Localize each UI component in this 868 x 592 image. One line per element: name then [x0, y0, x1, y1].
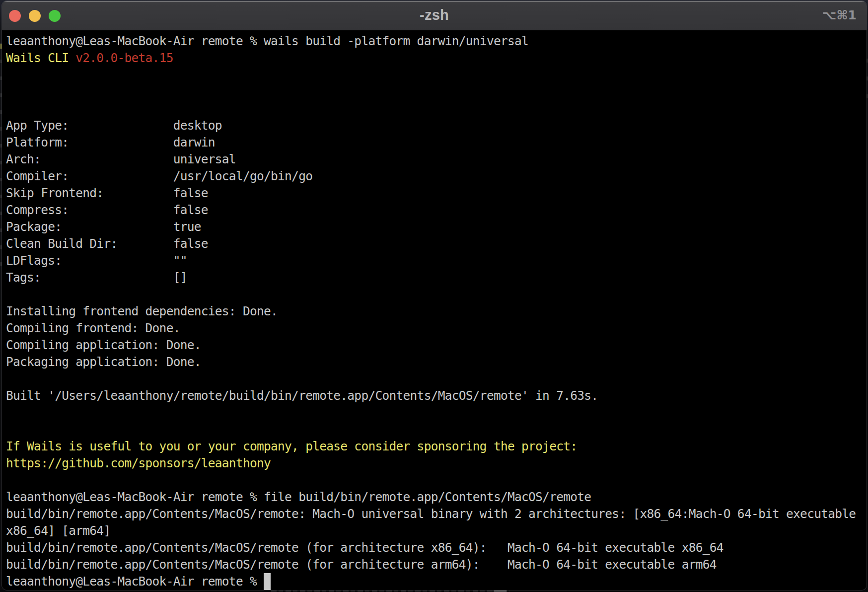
sponsor-url: https://github.com/sponsors/leaanthony [6, 456, 271, 470]
build-option: LDFlags: "" [6, 253, 187, 268]
terminal-line: If Wails is useful to you or your compan… [6, 438, 867, 455]
build-step: Compiling frontend: Done. [6, 321, 180, 335]
terminal-line: Package: true [6, 219, 867, 235]
build-option: App Type: desktop [6, 118, 222, 133]
terminal-line [6, 421, 867, 438]
terminal-line: build/bin/remote.app/Contents/MacOS/remo… [6, 506, 867, 522]
build-option: Skip Frontend: false [6, 186, 208, 200]
terminal-line: x86_64] [arm64] [6, 522, 867, 539]
terminal-line: Tags: [] [6, 269, 867, 286]
file-output: build/bin/remote.app/Contents/MacOS/remo… [6, 557, 717, 572]
build-option: Arch: universal [6, 152, 236, 166]
terminal-line: Installing frontend dependencies: Done. [6, 303, 867, 320]
terminal-line: Compress: false [6, 202, 867, 219]
terminal-line: Packaging application: Done. [6, 354, 867, 370]
build-result: Built '/Users/leaanthony/remote/build/bi… [6, 388, 598, 403]
file-output: build/bin/remote.app/Contents/MacOS/remo… [6, 507, 856, 521]
terminal-line: Built '/Users/leaanthony/remote/build/bi… [6, 387, 867, 404]
terminal-cursor [264, 573, 271, 590]
build-option: Tags: [] [6, 270, 187, 285]
window-title: -zsh [2, 1, 867, 30]
terminal-line: Wails CLI v2.0.0-beta.15 [6, 50, 867, 67]
terminal-screen[interactable]: leaanthony@Leas-MacBook-Air remote % wai… [2, 30, 867, 590]
terminal-window: -zsh ⌥⌘1 leaanthony@Leas-MacBook-Air rem… [2, 1, 867, 590]
background-window-bottom-mark [494, 590, 506, 592]
terminal-line [6, 100, 867, 117]
terminal-line [6, 370, 867, 387]
terminal-line: Compiling frontend: Done. [6, 320, 867, 337]
terminal-line: LDFlags: "" [6, 252, 867, 269]
titlebar[interactable]: -zsh ⌥⌘1 [2, 1, 867, 30]
build-option: Compiler: /usr/local/go/bin/go [6, 169, 312, 183]
background-window-bottom-sliver [271, 590, 509, 592]
build-option: Clean Build Dir: false [6, 236, 208, 251]
terminal-line: Platform: darwin [6, 134, 867, 151]
prompt-command: leaanthony@Leas-MacBook-Air remote % wai… [6, 34, 528, 48]
prompt-text: leaanthony@Leas-MacBook-Air remote % [6, 574, 264, 589]
terminal-line [6, 67, 867, 83]
sponsor-message: If Wails is useful to you or your compan… [6, 439, 577, 453]
window-shortcut-badge: ⌥⌘1 [822, 1, 857, 30]
terminal-line: https://github.com/sponsors/leaanthony [6, 455, 867, 472]
terminal-line: Skip Frontend: false [6, 185, 867, 202]
build-option: Platform: darwin [6, 135, 215, 149]
build-step: Compiling application: Done. [6, 338, 201, 352]
terminal-line: build/bin/remote.app/Contents/MacOS/remo… [6, 539, 867, 556]
wails-cli-label: Wails CLI [6, 51, 75, 65]
build-step: Packaging application: Done. [6, 355, 201, 369]
file-output: build/bin/remote.app/Contents/MacOS/remo… [6, 540, 723, 555]
file-output: x86_64] [arm64] [6, 523, 110, 538]
terminal-line: build/bin/remote.app/Contents/MacOS/remo… [6, 556, 867, 573]
terminal-line [6, 472, 867, 489]
terminal-line: Compiling application: Done. [6, 337, 867, 354]
wails-cli-version: v2.0.0-beta.15 [75, 51, 173, 65]
terminal-line: App Type: desktop [6, 117, 867, 134]
build-step: Installing frontend dependencies: Done. [6, 304, 278, 318]
terminal-line: leaanthony@Leas-MacBook-Air remote % fil… [6, 489, 867, 506]
terminal-line: Arch: universal [6, 151, 867, 168]
build-option: Compress: false [6, 203, 208, 217]
terminal-line: leaanthony@Leas-MacBook-Air remote % [6, 573, 867, 590]
terminal-line: leaanthony@Leas-MacBook-Air remote % wai… [6, 33, 867, 50]
build-option: Package: true [6, 220, 201, 234]
terminal-line [6, 83, 867, 100]
terminal-line: Compiler: /usr/local/go/bin/go [6, 168, 867, 185]
terminal-line [6, 404, 867, 421]
terminal-line: Clean Build Dir: false [6, 235, 867, 252]
prompt-command: leaanthony@Leas-MacBook-Air remote % fil… [6, 490, 591, 504]
terminal-line [6, 286, 867, 303]
